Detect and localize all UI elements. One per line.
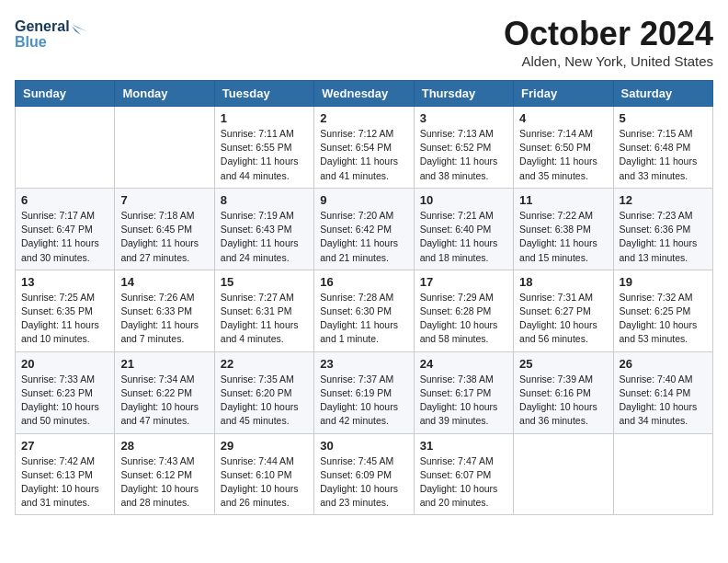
header: GeneralBlue October 2024 Alden, New York…	[15, 15, 713, 69]
day-info: Sunrise: 7:40 AM Sunset: 6:14 PM Dayligh…	[620, 373, 707, 429]
calendar-cell: 15Sunrise: 7:27 AM Sunset: 6:31 PM Dayli…	[214, 270, 313, 351]
logo-svg: GeneralBlue	[15, 15, 88, 52]
day-number: 11	[519, 193, 607, 207]
month-title: October 2024	[504, 15, 713, 53]
calendar-week-row: 1Sunrise: 7:11 AM Sunset: 6:55 PM Daylig…	[16, 107, 713, 189]
calendar-cell: 22Sunrise: 7:35 AM Sunset: 6:20 PM Dayli…	[214, 351, 313, 433]
day-number: 14	[120, 275, 208, 289]
calendar-cell: 9Sunrise: 7:20 AM Sunset: 6:42 PM Daylig…	[314, 188, 414, 270]
day-number: 24	[420, 357, 507, 371]
day-info: Sunrise: 7:18 AM Sunset: 6:45 PM Dayligh…	[120, 209, 208, 265]
calendar-cell: 1Sunrise: 7:11 AM Sunset: 6:55 PM Daylig…	[214, 107, 313, 189]
calendar-cell: 7Sunrise: 7:18 AM Sunset: 6:45 PM Daylig…	[115, 188, 214, 270]
day-number: 3	[420, 111, 507, 125]
day-number: 28	[120, 439, 208, 453]
day-number: 2	[320, 111, 407, 125]
day-number: 6	[21, 193, 108, 207]
day-number: 16	[320, 275, 407, 289]
day-info: Sunrise: 7:19 AM Sunset: 6:43 PM Dayligh…	[221, 209, 308, 265]
calendar-table: SundayMondayTuesdayWednesdayThursdayFrid…	[15, 80, 713, 515]
calendar-cell: 29Sunrise: 7:44 AM Sunset: 6:10 PM Dayli…	[214, 433, 313, 515]
calendar-cell: 16Sunrise: 7:28 AM Sunset: 6:30 PM Dayli…	[314, 270, 414, 351]
weekday-header-wednesday: Wednesday	[314, 81, 414, 107]
day-number: 31	[420, 439, 507, 453]
day-info: Sunrise: 7:37 AM Sunset: 6:19 PM Dayligh…	[320, 373, 407, 429]
svg-marker-3	[72, 26, 81, 35]
day-info: Sunrise: 7:45 AM Sunset: 6:09 PM Dayligh…	[320, 454, 407, 511]
day-info: Sunrise: 7:39 AM Sunset: 6:16 PM Dayligh…	[519, 373, 607, 429]
calendar-cell	[613, 433, 712, 515]
day-info: Sunrise: 7:32 AM Sunset: 6:25 PM Dayligh…	[620, 291, 707, 347]
day-number: 25	[519, 357, 607, 371]
day-info: Sunrise: 7:17 AM Sunset: 6:47 PM Dayligh…	[21, 209, 108, 265]
day-number: 12	[620, 193, 707, 207]
day-number: 20	[21, 357, 108, 371]
day-number: 18	[519, 275, 607, 289]
day-info: Sunrise: 7:25 AM Sunset: 6:35 PM Dayligh…	[21, 291, 108, 347]
calendar-cell: 18Sunrise: 7:31 AM Sunset: 6:27 PM Dayli…	[514, 270, 613, 351]
svg-marker-2	[72, 24, 86, 31]
day-number: 29	[221, 439, 308, 453]
day-info: Sunrise: 7:44 AM Sunset: 6:10 PM Dayligh…	[221, 454, 308, 511]
calendar-week-row: 6Sunrise: 7:17 AM Sunset: 6:47 PM Daylig…	[16, 188, 713, 270]
calendar-cell: 25Sunrise: 7:39 AM Sunset: 6:16 PM Dayli…	[514, 351, 613, 433]
day-info: Sunrise: 7:23 AM Sunset: 6:36 PM Dayligh…	[620, 209, 707, 265]
calendar-cell: 8Sunrise: 7:19 AM Sunset: 6:43 PM Daylig…	[214, 188, 313, 270]
calendar-cell: 10Sunrise: 7:21 AM Sunset: 6:40 PM Dayli…	[414, 188, 513, 270]
calendar-cell: 28Sunrise: 7:43 AM Sunset: 6:12 PM Dayli…	[115, 433, 214, 515]
weekday-header-sunday: Sunday	[16, 81, 115, 107]
calendar-cell	[16, 107, 115, 189]
day-number: 23	[320, 357, 407, 371]
svg-text:General: General	[15, 18, 70, 34]
weekday-header-tuesday: Tuesday	[214, 81, 313, 107]
calendar-cell: 23Sunrise: 7:37 AM Sunset: 6:19 PM Dayli…	[314, 351, 414, 433]
weekday-header-row: SundayMondayTuesdayWednesdayThursdayFrid…	[16, 81, 713, 107]
day-number: 26	[620, 357, 707, 371]
day-info: Sunrise: 7:13 AM Sunset: 6:52 PM Dayligh…	[420, 127, 507, 183]
calendar-cell: 27Sunrise: 7:42 AM Sunset: 6:13 PM Dayli…	[16, 433, 115, 515]
day-number: 5	[620, 111, 707, 125]
weekday-header-monday: Monday	[115, 81, 214, 107]
day-info: Sunrise: 7:38 AM Sunset: 6:17 PM Dayligh…	[420, 373, 507, 429]
calendar-cell: 21Sunrise: 7:34 AM Sunset: 6:22 PM Dayli…	[115, 351, 214, 433]
calendar-cell: 19Sunrise: 7:32 AM Sunset: 6:25 PM Dayli…	[613, 270, 712, 351]
day-info: Sunrise: 7:20 AM Sunset: 6:42 PM Dayligh…	[320, 209, 407, 265]
day-info: Sunrise: 7:27 AM Sunset: 6:31 PM Dayligh…	[221, 291, 308, 347]
calendar-week-row: 13Sunrise: 7:25 AM Sunset: 6:35 PM Dayli…	[16, 270, 713, 351]
calendar-cell: 2Sunrise: 7:12 AM Sunset: 6:54 PM Daylig…	[314, 107, 414, 189]
day-info: Sunrise: 7:22 AM Sunset: 6:38 PM Dayligh…	[519, 209, 607, 265]
day-info: Sunrise: 7:11 AM Sunset: 6:55 PM Dayligh…	[221, 127, 308, 183]
calendar-week-row: 20Sunrise: 7:33 AM Sunset: 6:23 PM Dayli…	[16, 351, 713, 433]
day-info: Sunrise: 7:34 AM Sunset: 6:22 PM Dayligh…	[120, 373, 208, 429]
logo: GeneralBlue	[15, 15, 88, 52]
calendar-cell	[115, 107, 214, 189]
weekday-header-thursday: Thursday	[414, 81, 513, 107]
weekday-header-saturday: Saturday	[613, 81, 712, 107]
day-info: Sunrise: 7:35 AM Sunset: 6:20 PM Dayligh…	[221, 373, 308, 429]
day-info: Sunrise: 7:28 AM Sunset: 6:30 PM Dayligh…	[320, 291, 407, 347]
day-number: 9	[320, 193, 407, 207]
calendar-cell: 30Sunrise: 7:45 AM Sunset: 6:09 PM Dayli…	[314, 433, 414, 515]
day-info: Sunrise: 7:43 AM Sunset: 6:12 PM Dayligh…	[120, 454, 208, 511]
day-number: 1	[221, 111, 308, 125]
calendar-cell: 17Sunrise: 7:29 AM Sunset: 6:28 PM Dayli…	[414, 270, 513, 351]
calendar-cell: 5Sunrise: 7:15 AM Sunset: 6:48 PM Daylig…	[613, 107, 712, 189]
weekday-header-friday: Friday	[514, 81, 613, 107]
svg-text:Blue: Blue	[15, 34, 47, 50]
day-number: 15	[221, 275, 308, 289]
day-info: Sunrise: 7:21 AM Sunset: 6:40 PM Dayligh…	[420, 209, 507, 265]
day-info: Sunrise: 7:42 AM Sunset: 6:13 PM Dayligh…	[21, 454, 108, 511]
location-title: Alden, New York, United States	[504, 53, 713, 69]
day-info: Sunrise: 7:29 AM Sunset: 6:28 PM Dayligh…	[420, 291, 507, 347]
day-number: 17	[420, 275, 507, 289]
day-number: 22	[221, 357, 308, 371]
day-info: Sunrise: 7:12 AM Sunset: 6:54 PM Dayligh…	[320, 127, 407, 183]
day-info: Sunrise: 7:14 AM Sunset: 6:50 PM Dayligh…	[519, 127, 607, 183]
day-number: 7	[120, 193, 208, 207]
day-info: Sunrise: 7:33 AM Sunset: 6:23 PM Dayligh…	[21, 373, 108, 429]
calendar-cell	[514, 433, 613, 515]
day-number: 8	[221, 193, 308, 207]
calendar-cell: 3Sunrise: 7:13 AM Sunset: 6:52 PM Daylig…	[414, 107, 513, 189]
day-info: Sunrise: 7:26 AM Sunset: 6:33 PM Dayligh…	[120, 291, 208, 347]
calendar-cell: 31Sunrise: 7:47 AM Sunset: 6:07 PM Dayli…	[414, 433, 513, 515]
